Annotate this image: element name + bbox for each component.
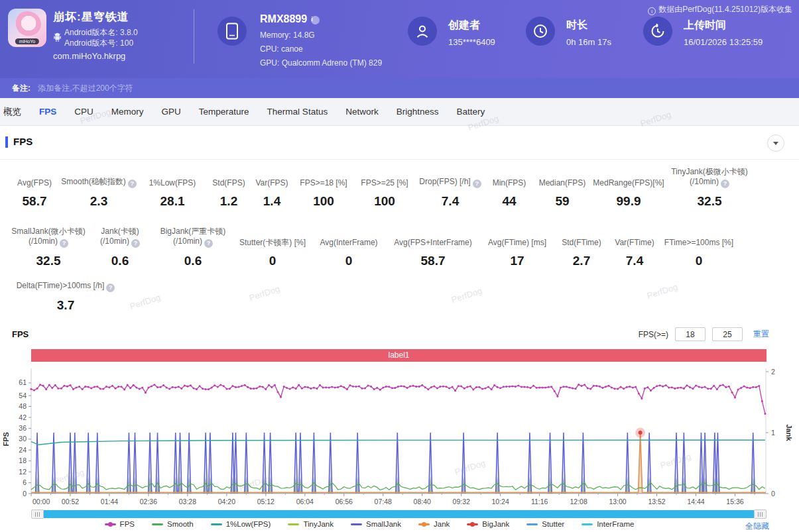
stat-item: Avg(InterFrame)0 — [312, 238, 386, 268]
legend-marker — [418, 521, 430, 527]
collapse-button[interactable] — [767, 134, 784, 152]
help-icon[interactable]: ? — [128, 180, 137, 188]
svg-text:11:16: 11:16 — [531, 498, 548, 505]
fps-threshold-input-1[interactable] — [675, 327, 706, 341]
chart-title: FPS — [12, 329, 29, 339]
reset-link[interactable]: 重置 — [753, 329, 769, 340]
chart-scrollbar — [31, 509, 767, 519]
app-title: 崩坏:星穹铁道 — [53, 9, 129, 25]
stat-label: Avg(FTime) [ms] — [480, 238, 554, 248]
remarks-label: 备注: — [12, 83, 31, 93]
clock-icon — [532, 23, 548, 39]
svg-text:0: 0 — [771, 490, 775, 498]
tab-gpu[interactable]: GPU — [162, 107, 181, 117]
tab-概览[interactable]: 概览 — [3, 106, 21, 118]
help-icon[interactable]: ? — [721, 180, 729, 188]
stat-label: Smooth(稳帧指数)? — [60, 177, 138, 188]
stat-label: Var(FPS) — [251, 178, 293, 188]
fps-chart[interactable]: 61544842363024181260FPS210Jank00:0000:52… — [0, 364, 799, 509]
stat-item: TinyJank(极微小卡顿) (/10min)?32.5 — [666, 167, 753, 209]
legend-marker — [211, 521, 222, 527]
legend-item-tinyjank[interactable]: TinyJank — [288, 520, 334, 528]
help-icon[interactable]: ? — [106, 284, 115, 292]
remarks-input[interactable]: 备注: 添加备注,不超过200个字符 — [0, 78, 799, 98]
stat-value: 32.5 — [666, 194, 753, 209]
svg-text:00:00: 00:00 — [32, 498, 50, 505]
duration-label: 时长 — [566, 19, 587, 32]
legend-item-bigjank[interactable]: BigJank — [467, 520, 509, 528]
svg-text:15:36: 15:36 — [726, 498, 743, 505]
tab-cpu[interactable]: CPU — [74, 107, 93, 117]
legend-item-interframe[interactable]: InterFrame — [582, 520, 634, 528]
legend-item-smalljank[interactable]: SmallJank — [351, 520, 401, 528]
tab-temperature[interactable]: Temperature — [199, 107, 249, 117]
legend-marker — [105, 521, 116, 527]
stat-item: Var(FTime)7.4 — [609, 238, 660, 268]
section-accent-bar — [5, 136, 8, 148]
stat-value: 1.2 — [207, 194, 251, 209]
perfdog-watermark: PerfDog — [129, 292, 162, 311]
stat-item: Drop(FPS) [/h]?7.4 — [415, 177, 485, 209]
fps-threshold-input-2[interactable] — [712, 327, 743, 341]
stat-label: Jank(卡顿) (/10min)? — [88, 227, 153, 248]
tab-thermal-status[interactable]: Thermal Status — [267, 107, 328, 117]
scrollbar-track[interactable] — [44, 510, 754, 518]
svg-text:07:48: 07:48 — [375, 498, 392, 505]
history-icon — [649, 23, 666, 40]
stat-label: Std(FTime) — [554, 238, 609, 248]
report-header: miHoYo 崩坏:星穹铁道 Android版本名: 3.8.0 Android… — [0, 0, 799, 78]
tab-memory[interactable]: Memory — [111, 107, 144, 117]
scrollbar-right-handle[interactable] — [754, 509, 767, 519]
stat-value: 2.3 — [60, 194, 138, 209]
help-icon[interactable]: ? — [473, 180, 481, 188]
svg-text:03:28: 03:28 — [179, 498, 196, 505]
svg-text:18: 18 — [19, 456, 27, 464]
legend-item-smooth[interactable]: Smooth — [152, 520, 194, 528]
stat-item: Jank(卡顿) (/10min)?0.6 — [88, 227, 153, 268]
legend-item-fps[interactable]: FPS — [105, 520, 135, 528]
help-icon[interactable]: ? — [60, 239, 68, 248]
help-icon[interactable]: ? — [204, 239, 213, 248]
creator-icon-circle — [408, 17, 437, 46]
android-version-code: Android版本号: 100 — [64, 38, 138, 48]
legend-marker — [152, 521, 163, 527]
stat-item: SmallJank(微小卡顿) (/10min)?32.5 — [9, 227, 88, 268]
stat-value: 100 — [293, 194, 354, 209]
stat-label: FPS>=25 [%] — [354, 178, 415, 188]
info-icon: i — [648, 7, 656, 15]
scrollbar-left-handle[interactable] — [31, 509, 44, 519]
region-label-bar[interactable]: label1 — [31, 349, 767, 362]
tab-battery[interactable]: Battery — [456, 107, 485, 117]
svg-text:01:44: 01:44 — [101, 498, 118, 505]
tab-fps[interactable]: FPS — [39, 107, 56, 117]
device-info-icon[interactable]: i — [311, 16, 320, 25]
fps-section-header: FPS — [0, 134, 799, 160]
tab-brightness[interactable]: Brightness — [397, 107, 439, 117]
fps-ge-label: FPS(>=) — [639, 330, 668, 339]
stat-label: FTime>=100ms [%] — [660, 238, 737, 248]
stat-item: Avg(FPS+InterFrame)58.7 — [386, 238, 480, 268]
chevron-down-icon — [772, 141, 779, 146]
device-cpu: CPU: canoe — [260, 44, 303, 54]
legend-item-jank[interactable]: Jank — [418, 520, 450, 528]
stat-value: 32.5 — [9, 254, 88, 268]
legend-item-1-low-fps-[interactable]: 1%Low(FPS) — [211, 520, 271, 528]
perfdog-report-page: miHoYo 崩坏:星穹铁道 Android版本名: 3.8.0 Android… — [0, 0, 799, 532]
tab-network[interactable]: Network — [345, 107, 379, 117]
stat-label: Var(FTime) — [609, 238, 660, 248]
stat-label: Avg(FPS+InterFrame) — [386, 238, 480, 248]
svg-text:12: 12 — [19, 468, 27, 476]
svg-text:36: 36 — [19, 424, 27, 432]
stat-label: FPS>=18 [%] — [293, 178, 354, 188]
help-icon[interactable]: ? — [131, 239, 140, 248]
app-icon-art — [13, 11, 41, 38]
stat-value: 17 — [480, 254, 554, 268]
stat-label: 1%Low(FPS) — [138, 178, 207, 188]
stat-item: Avg(FPS)58.7 — [9, 178, 60, 209]
legend-item-stutter[interactable]: Stutter — [526, 520, 564, 528]
upload-value: 16/01/2026 13:25:59 — [684, 37, 763, 47]
header-divider — [194, 9, 194, 64]
hide-all-link[interactable]: 全隐藏 — [745, 521, 769, 532]
stat-value: 58.7 — [386, 254, 480, 268]
duration-icon-circle — [526, 17, 555, 46]
